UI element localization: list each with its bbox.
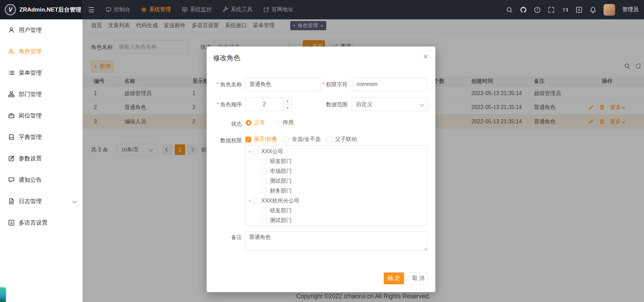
sidebar-item-departments[interactable]: 部门管理 [0,84,82,105]
number-spinner: ∧ ∨ [283,98,292,111]
tree-node-parent[interactable]: ▾ XXX杭州分公司 [245,196,427,206]
nav-item-system-tools[interactable]: 系统工具 [217,0,258,19]
nav-item-official-site[interactable]: 官网地址 [258,0,299,19]
tree-checkbox[interactable] [261,208,267,214]
nav-label: 系统管理 [149,6,171,13]
sidebar-item-parameters[interactable]: 参数设置 [0,148,82,169]
parent-child-link-checkbox[interactable]: 父子联动 [327,136,357,143]
tree-node-label: 研发部门 [270,207,292,214]
tree-checkbox[interactable] [261,178,267,184]
sidebar-item-label: 岗位管理 [19,112,42,120]
role-key-input[interactable] [352,77,428,91]
tree-node-child[interactable]: 测试部门 [245,216,427,226]
monitor-icon [106,7,111,13]
role-key-label: *权限字符 [309,81,348,88]
checkbox-label: 父子联动 [335,136,357,143]
sidebar-item-dictionary[interactable]: 字典管理 [0,126,82,148]
nav-item-system-monitor[interactable]: 系统监控 [176,0,217,19]
caret-down-icon[interactable]: ▾ [247,149,253,154]
translate-icon[interactable]: A [576,6,582,13]
devtools-widget[interactable] [0,287,6,302]
expand-collapse-checkbox[interactable]: ✓ 展开/折叠 [245,136,277,143]
sidebar-item-languages[interactable]: A 多语言设置 [0,212,82,233]
tree-checkbox[interactable] [253,198,258,204]
tree-checkbox[interactable] [253,149,258,155]
decrease-icon[interactable]: ∨ [284,105,292,111]
data-permission-label: 数据权限 [207,137,242,144]
dialog-close-icon[interactable]: × [423,53,428,61]
sidebar-item-label: 通知公告 [19,176,42,184]
chevron-down-icon [420,102,424,107]
help-icon[interactable]: ? [534,6,541,13]
tree-node-child[interactable]: 测试部门 [245,176,427,186]
data-scope-label: 数据范围 [309,101,348,108]
select-all-checkbox[interactable]: 全选/全不选 [283,136,320,143]
tree-node-child[interactable]: 市场部门 [245,166,427,176]
tree-node-label: 测试部门 [270,217,292,224]
app-header: V ZRAdmin.NET后台管理 ☰ 控制台 系统管理 系统监控 系统工具 [0,0,644,19]
sidebar-item-label: 用户管理 [19,26,42,34]
remark-textarea[interactable]: 普通角色 [245,231,428,251]
sidebar-item-notices[interactable]: 通知公告 [0,169,82,191]
wrench-icon [223,7,228,13]
status-label: 状态 [207,121,242,128]
chevron-down-icon [72,199,77,203]
checkbox-icon [283,137,289,142]
document-icon [8,198,15,205]
font-size-icon[interactable]: T [562,6,569,13]
fullscreen-icon[interactable] [548,6,555,13]
tree-checkbox[interactable] [261,218,267,224]
tree-node-label: 测试部门 [270,178,292,185]
sidebar-item-roles[interactable]: 角色管理 [0,41,82,62]
checkbox-label: 全选/全不选 [292,136,320,143]
tree-node-child[interactable]: 研发部门 [245,206,427,216]
tree-node-child[interactable]: 研发部门 [245,157,427,166]
role-sort-input[interactable]: 2 ∧ ∨ [245,97,292,111]
data-scope-value: 自定义 [356,101,372,108]
logo[interactable]: V ZRAdmin.NET后台管理 [0,0,83,19]
tree-checkbox[interactable] [261,159,267,164]
nav-item-console[interactable]: 控制台 [100,0,136,19]
tree-node-label: 研发部门 [270,158,292,165]
monitor-pulse-icon [182,7,188,13]
data-scope-select[interactable]: 自定义 [352,97,428,111]
sidebar-item-menus[interactable]: 菜单管理 [0,62,82,84]
tree-checkbox[interactable] [261,168,267,174]
nav-item-system-manage[interactable]: 系统管理 [136,0,176,19]
sidebar-item-posts[interactable]: 岗位管理 [0,105,82,126]
confirm-button[interactable]: 确 定 [384,272,404,284]
svg-text:T: T [562,7,565,13]
tree-node-label: 市场部门 [270,168,292,175]
required-mark: * [217,82,219,87]
sidebar-item-label: 日志管理 [19,197,42,205]
status-normal-radio[interactable]: 正常 [246,119,265,126]
search-icon[interactable] [506,6,513,13]
gear-icon [141,7,147,13]
avatar[interactable] [604,4,615,16]
top-nav: 控制台 系统管理 系统监控 系统工具 官网地址 [100,0,299,19]
status-disabled-radio[interactable]: 停用 [274,119,294,126]
user-name[interactable]: 管理员 [622,6,639,13]
sidebar-item-users[interactable]: 用户管理 [0,19,82,41]
sidebar-item-logs[interactable]: 日志管理 [0,191,82,212]
tree-checkbox[interactable] [261,188,267,194]
chat-bubble-icon [8,177,15,183]
github-icon[interactable] [520,6,527,13]
radio-label: 正常 [254,119,265,126]
tree-node-parent[interactable]: ▾ XXX公司 [245,147,427,157]
hamburger-icon[interactable]: ☰ [83,6,100,14]
radio-checked-icon [246,120,251,126]
caret-down-icon[interactable]: ▾ [247,198,253,203]
svg-text:?: ? [536,7,538,12]
bell-icon[interactable] [590,6,596,13]
edit-role-dialog: 修改角色 × *角色名称 *权限字符 *角色顺序 2 ∧ ∨ 数据范围 自定义 … [207,47,435,292]
remark-label: 备注 [207,234,242,241]
sidebar-item-label: 菜单管理 [19,69,42,77]
user-icon [8,27,15,33]
required-mark: * [323,82,325,87]
cancel-button[interactable]: 取 消 [409,272,428,284]
tree-node-label: XXX杭州分公司 [261,197,299,205]
increase-icon[interactable]: ∧ [284,98,292,105]
nav-label: 官网地址 [272,6,293,13]
tree-node-child[interactable]: 财务部门 [245,186,427,196]
